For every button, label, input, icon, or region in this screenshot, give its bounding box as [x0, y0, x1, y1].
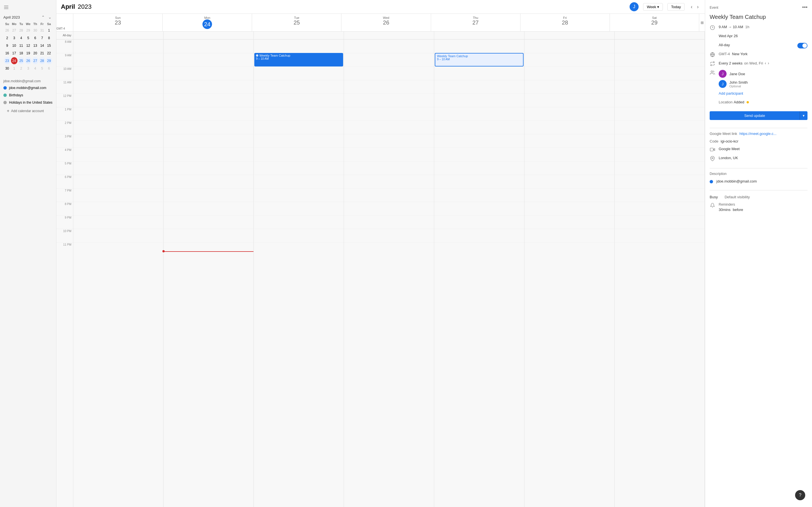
more-options-button[interactable]: •••: [802, 4, 808, 10]
date-spacer: [710, 34, 715, 40]
allday-cell[interactable]: [434, 32, 524, 39]
mini-cal-day[interactable]: 20: [32, 50, 38, 57]
mini-cal-day[interactable]: 28: [39, 57, 45, 64]
mini-cal-day[interactable]: 30: [4, 65, 10, 72]
day-column[interactable]: Weekly Team Catchup9 – 10 AM: [254, 40, 344, 507]
day-column[interactable]: [524, 40, 615, 507]
sidebar-toggle-button[interactable]: [0, 2, 56, 13]
day-column[interactable]: [73, 40, 163, 507]
mini-cal-day[interactable]: 13: [32, 42, 38, 49]
mini-cal-day[interactable]: 3: [25, 65, 31, 72]
sidebar-calendar-item[interactable]: jdoe.mobbin@gmail.com: [3, 84, 53, 92]
mini-cal-day[interactable]: 29: [46, 57, 52, 64]
day-column[interactable]: [615, 40, 705, 507]
day-label: Thu: [432, 16, 519, 19]
mini-cal-day[interactable]: 24: [11, 57, 17, 64]
mini-cal-day[interactable]: 26: [25, 57, 31, 64]
mini-cal-day[interactable]: 4: [18, 34, 24, 41]
mini-cal-day[interactable]: 27: [32, 57, 38, 64]
mini-cal-next-button[interactable]: ⌄: [47, 14, 53, 20]
expand-button[interactable]: ⊞: [699, 14, 705, 31]
help-button[interactable]: ?: [795, 490, 805, 500]
mini-cal-day[interactable]: 1: [11, 65, 17, 72]
today-button[interactable]: Today: [667, 3, 684, 11]
hour-line: [434, 242, 524, 256]
mini-cal-day[interactable]: 30: [32, 27, 38, 34]
hour-line: [615, 80, 705, 94]
mini-cal-day[interactable]: 22: [46, 50, 52, 57]
mini-cal-day[interactable]: 10: [11, 42, 17, 49]
day-column[interactable]: [344, 40, 434, 507]
allday-cell[interactable]: [73, 32, 163, 39]
event-title: Weekly Team Catchup: [437, 54, 468, 58]
allday-cell[interactable]: [615, 32, 705, 39]
mini-cal-day[interactable]: 3: [11, 34, 17, 41]
mini-cal-day[interactable]: 21: [39, 50, 45, 57]
view-selector-button[interactable]: Week ▾: [643, 3, 663, 11]
cal-day-header[interactable]: Sat29: [610, 14, 699, 31]
mini-cal-day[interactable]: 19: [25, 50, 31, 57]
mini-cal-day[interactable]: 4: [32, 65, 38, 72]
bell-icon: [710, 203, 715, 208]
add-calendar-button[interactable]: + Add calendar account: [3, 106, 53, 116]
cal-day-header[interactable]: Tue25: [252, 14, 342, 31]
hour-line: [434, 107, 524, 121]
meet-link[interactable]: https://meet.google.c...: [740, 131, 777, 136]
mini-cal-day[interactable]: 8: [46, 34, 52, 41]
mini-cal-weekday: We: [25, 22, 31, 26]
mini-cal-day[interactable]: 2: [18, 65, 24, 72]
allday-cell[interactable]: [163, 32, 254, 39]
recurrence-next-button[interactable]: ›: [768, 61, 769, 65]
mini-cal-day[interactable]: 23: [4, 57, 10, 64]
user-avatar[interactable]: J: [629, 2, 639, 11]
mini-cal-day[interactable]: 17: [11, 50, 17, 57]
allday-toggle[interactable]: [797, 43, 808, 48]
mini-cal-day[interactable]: 16: [4, 50, 10, 57]
calendar-body[interactable]: 8 AM9 AM10 AM11 AM12 PM1 PM2 PM3 PM4 PM5…: [56, 40, 705, 507]
cal-day-header[interactable]: Wed26: [342, 14, 431, 31]
mini-cal-day[interactable]: 6: [32, 34, 38, 41]
video-icon: [710, 147, 715, 152]
cal-day-header[interactable]: Fri28: [520, 14, 610, 31]
recurrence-prev-button[interactable]: ‹: [765, 61, 766, 65]
prev-week-button[interactable]: ‹: [689, 3, 694, 11]
cal-day-header[interactable]: Sun23: [73, 14, 163, 31]
send-update-button[interactable]: Send update: [710, 111, 800, 120]
mini-cal-day[interactable]: 26: [4, 27, 10, 34]
mini-cal-day[interactable]: 18: [18, 50, 24, 57]
add-participant-button[interactable]: Add participant: [719, 90, 808, 97]
allday-cell[interactable]: [254, 32, 344, 39]
calendar-event[interactable]: Weekly Team Catchup9 – 10 AM: [435, 53, 523, 66]
mini-cal-day[interactable]: 27: [11, 27, 17, 34]
mini-cal-title: April 2023: [3, 15, 20, 19]
mini-cal-day[interactable]: 15: [46, 42, 52, 49]
mini-cal-day[interactable]: 6: [46, 65, 52, 72]
mini-cal-day[interactable]: 5: [25, 34, 31, 41]
allday-cell[interactable]: [344, 32, 434, 39]
participants-content: J Jane Doe J John Smith Optional Add par…: [719, 70, 808, 97]
mini-cal-day[interactable]: 11: [18, 42, 24, 49]
mini-cal-day[interactable]: 25: [18, 57, 24, 64]
mini-cal-day[interactable]: 31: [39, 27, 45, 34]
mini-cal-day[interactable]: 7: [39, 34, 45, 41]
cal-day-header[interactable]: Thu27: [431, 14, 520, 31]
mini-cal-day[interactable]: 1: [46, 27, 52, 34]
busy-row: Busy Default visibility: [710, 194, 808, 199]
mini-cal-day[interactable]: 2: [4, 34, 10, 41]
mini-cal-day[interactable]: 12: [25, 42, 31, 49]
mini-cal-day[interactable]: 14: [39, 42, 45, 49]
send-update-dropdown-button[interactable]: ▾: [800, 111, 808, 120]
mini-cal-day[interactable]: 9: [4, 42, 10, 49]
sidebar-calendar-item[interactable]: Holidays in the United States: [3, 99, 53, 106]
day-column[interactable]: Weekly Team Catchup9 – 10 AM: [434, 40, 524, 507]
mini-cal-day[interactable]: 29: [25, 27, 31, 34]
cal-day-header[interactable]: Mon24: [163, 14, 252, 31]
sidebar-calendar-item[interactable]: Birthdays: [3, 92, 53, 99]
next-week-button[interactable]: ›: [695, 3, 700, 11]
mini-cal-day[interactable]: 28: [18, 27, 24, 34]
mini-cal-day[interactable]: 5: [39, 65, 45, 72]
mini-cal-prev-button[interactable]: ⌃: [40, 14, 46, 20]
day-column[interactable]: [163, 40, 254, 507]
allday-cell[interactable]: [524, 32, 615, 39]
calendar-event[interactable]: Weekly Team Catchup9 – 10 AM: [254, 53, 343, 66]
